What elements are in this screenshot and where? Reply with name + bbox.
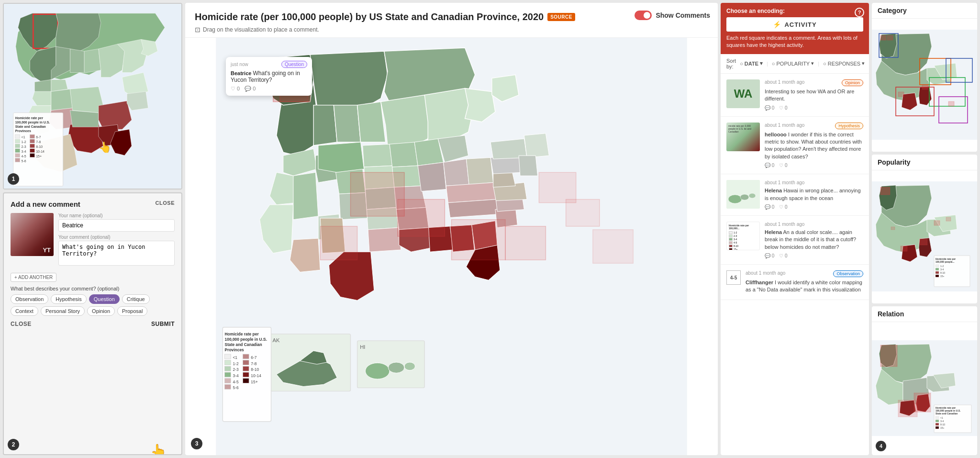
sort-popularity[interactable]: ○POPULARITY▾ — [772, 60, 814, 67]
close-top-button[interactable]: CLOSE — [156, 200, 175, 206]
sort-responses[interactable]: ○RESPONSES▾ — [823, 60, 865, 67]
comment-item-3: about 1 month ago Helena Hawai in wrong … — [721, 174, 869, 216]
svg-rect-28 — [30, 154, 34, 157]
comment-content-3: about 1 month ago Helena Hawai in wrong … — [765, 180, 863, 210]
drag-hint: ⊡ Drag on the visualization to place a c… — [195, 26, 708, 34]
tag-section-label: What best describes your comment? (optio… — [11, 286, 175, 291]
comment-likes-3[interactable]: 💬 0 — [765, 204, 774, 210]
viz-body[interactable]: AK HI Homicide rate per 100,000 people i… — [185, 38, 718, 455]
viz-title-text: Homicide rate (per 100,000 people) by US… — [195, 11, 544, 23]
form-title: Add a new comment — [11, 200, 175, 208]
svg-text:15+: 15+ — [940, 426, 945, 429]
main-viz-panel: Homicide rate (per 100,000 people) by US… — [185, 3, 718, 455]
comment-responses-2[interactable]: ♡ 0 — [779, 163, 787, 168]
comment-time-4: about 1 month ago — [765, 222, 804, 227]
comment-map-label-2: micide rate per 3,000 people in U.S. ite… — [727, 123, 759, 150]
viz-header: Homicide rate (per 100,000 people) by US… — [185, 3, 718, 38]
svg-text:AK: AK — [272, 337, 280, 343]
comment-time-2: about 1 month ago — [765, 123, 804, 128]
tag-context[interactable]: Context — [11, 306, 38, 316]
svg-rect-87 — [887, 35, 893, 40]
svg-text:1-2: 1-2 — [233, 361, 238, 366]
svg-text:7-8: 7-8 — [36, 140, 41, 144]
panel-2-form: Add a new comment CLOSE YT Your name (op… — [3, 192, 182, 455]
svg-text:100,000 people...: 100,000 people... — [935, 260, 955, 263]
yukon-comment-bubble[interactable]: just now Question Beatrice What's going … — [226, 57, 312, 96]
toggle-switch[interactable] — [635, 11, 652, 20]
bubble-actions: ♡ 0 💬 0 — [231, 86, 307, 92]
svg-rect-53 — [225, 384, 231, 389]
svg-text:<1: <1 — [233, 355, 237, 360]
svg-rect-96 — [946, 217, 951, 221]
svg-rect-55 — [243, 354, 249, 359]
tag-question[interactable]: Question — [89, 294, 120, 304]
svg-rect-12 — [15, 144, 20, 148]
map-thumbnail-svg: 👆 Homicide rate per 100,000 people in U.… — [4, 4, 181, 189]
svg-rect-103 — [935, 268, 939, 270]
svg-text:10-14: 10-14 — [251, 373, 261, 378]
add-another-button[interactable]: + ADD ANOTHER — [11, 273, 56, 282]
svg-text:3-4: 3-4 — [940, 268, 944, 271]
tag-proposal[interactable]: Proposal — [117, 306, 147, 316]
close-bottom-button[interactable]: CLOSE — [11, 321, 32, 327]
svg-text:15+: 15+ — [251, 380, 257, 384]
svg-text:8-10: 8-10 — [940, 271, 945, 274]
svg-rect-90 — [948, 101, 954, 106]
svg-point-77 — [740, 194, 749, 200]
activity-button[interactable]: ⚡ ACTIVITY — [726, 17, 863, 32]
tag-personal-story[interactable]: Personal Story — [41, 306, 85, 316]
main-map-svg[interactable]: AK HI Homicide rate per 100,000 people i… — [185, 38, 718, 455]
svg-rect-92 — [880, 187, 890, 195]
far-right-column: Category — [872, 3, 977, 455]
map-mini-thumb: YT — [11, 213, 54, 256]
comment-meta-2: about 1 month ago Hypothesis — [765, 123, 863, 129]
popularity-map-container: Homicide rate per 100,000 people... 1-2 … — [872, 170, 977, 302]
svg-text:100,000 people in U.S.: 100,000 people in U.S. — [225, 337, 267, 342]
bubble-like-icon[interactable]: ♡ 0 — [231, 86, 240, 92]
comment-likes-1[interactable]: 💬 0 — [765, 105, 774, 111]
svg-rect-117 — [935, 416, 939, 419]
comment-meta-5: about 1 month ago Observation — [746, 270, 863, 277]
comment-footer-4: 💬 0 ♡ 0 — [765, 253, 863, 258]
sort-date[interactable]: ○DATE▾ — [740, 60, 763, 67]
svg-rect-86 — [880, 35, 886, 40]
category-header: Category — [872, 3, 977, 19]
category-map-svg — [872, 19, 977, 151]
comments-panel: Choose an encoding: ⚡ ACTIVITY Each red … — [721, 3, 869, 455]
svg-rect-68 — [398, 200, 445, 236]
svg-rect-20 — [30, 134, 34, 138]
source-badge[interactable]: SOURCE — [547, 13, 575, 21]
svg-rect-10 — [15, 139, 20, 143]
svg-rect-14 — [15, 149, 20, 153]
svg-text:8-10: 8-10 — [251, 367, 259, 372]
tag-critique[interactable]: Critique — [122, 294, 150, 304]
svg-rect-73 — [566, 200, 600, 226]
tag-opinion[interactable]: Opinion — [87, 306, 115, 316]
comment-textarea[interactable]: What's going on in Yucon Territory? — [58, 241, 175, 266]
name-input[interactable] — [58, 219, 175, 232]
comment-responses-4[interactable]: ♡ 0 — [779, 253, 787, 258]
tag-hypothesis[interactable]: Hypothesis — [51, 294, 86, 304]
comment-content-1: about 1 month ago Opinion Interesting to… — [765, 79, 863, 111]
comment-likes-2[interactable]: 💬 0 — [765, 163, 774, 168]
tag-observation[interactable]: Observation — [11, 294, 48, 304]
bubble-author: Beatrice — [231, 70, 251, 76]
submit-button[interactable]: SUBMIT — [151, 321, 175, 327]
drag-icon: ⊡ — [195, 26, 200, 34]
help-button[interactable]: ? — [855, 8, 864, 17]
svg-text:8-10: 8-10 — [940, 423, 945, 426]
comment-responses-3[interactable]: ♡ 0 — [779, 204, 787, 210]
svg-rect-16 — [15, 154, 20, 157]
bubble-comment-icon[interactable]: 💬 0 — [245, 86, 256, 92]
relation-panel: Relation — [872, 306, 977, 455]
svg-point-34 — [365, 363, 390, 379]
svg-rect-101 — [935, 265, 939, 267]
svg-text:5-6: 5-6 — [233, 385, 238, 390]
svg-text:State and Canadian: State and Canadian — [935, 412, 958, 415]
svg-text:1-2: 1-2 — [22, 140, 26, 144]
form-footer: CLOSE SUBMIT — [11, 321, 175, 327]
show-comments-toggle[interactable]: Show Comments — [635, 11, 710, 20]
comment-likes-4[interactable]: 💬 0 — [765, 253, 774, 258]
comment-responses-1[interactable]: ♡ 0 — [779, 105, 787, 111]
comment-content-5: about 1 month ago Observation Cliffhange… — [746, 270, 863, 294]
